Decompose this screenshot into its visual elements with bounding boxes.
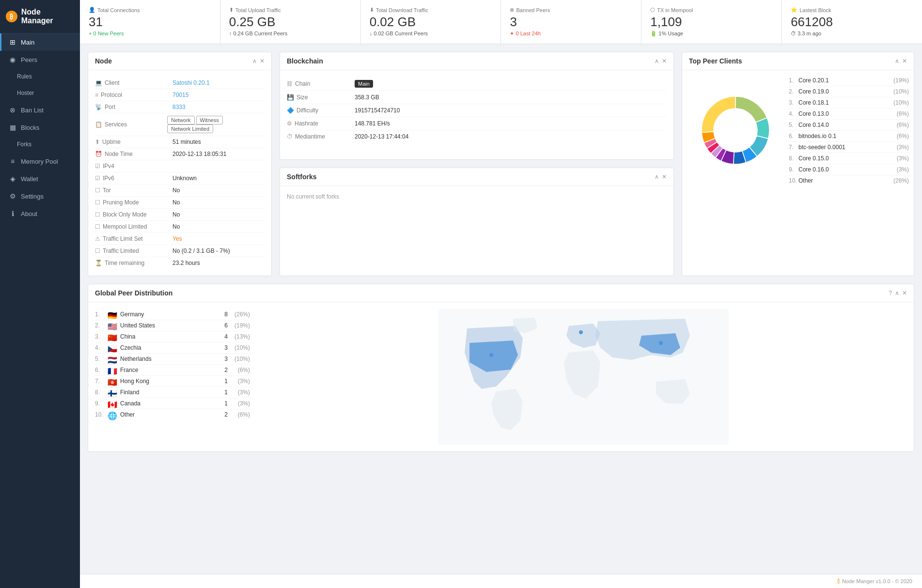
stat-connections-label: 👤 Total Connections — [89, 7, 211, 13]
close-icon[interactable]: ✕ — [662, 173, 667, 180]
field-icon: ☑ — [95, 175, 100, 182]
gp-count: 6 — [218, 322, 228, 329]
node-field-row: ☐ Traffic LimitedNo (0.2 / 3.1 GB - 7%) — [95, 245, 265, 257]
stat-mempool: ⬡ TX in Mempool 1,109 🔋 1% Usage — [641, 0, 782, 44]
sidebar-item-label: About — [21, 210, 37, 217]
node-field-key: ⏳ Time remaining — [95, 260, 172, 266]
stat-connections-sub: + 0 New Peers — [89, 31, 211, 36]
global-peer-row: 5.🇳🇱Netherlands3(10%) — [95, 354, 250, 365]
sidebar-item-settings[interactable]: ⚙ Settings — [0, 187, 80, 205]
collapse-icon[interactable]: ∧ — [655, 58, 659, 64]
blockchain-card-title: Blockchain — [287, 57, 323, 65]
node-card: Node ∧ ✕ 💻 ClientSatoshi 0.20.1≡ Protoco… — [88, 52, 272, 276]
global-peer-body: 1.🇩🇪Germany8(26%)2.🇺🇸United States6(19%)… — [88, 302, 914, 451]
stat-connections-value: 31 — [89, 15, 211, 29]
collapse-icon[interactable]: ∧ — [252, 58, 257, 64]
node-field-val: Yes — [172, 235, 182, 242]
gp-country: Hong Kong — [120, 378, 215, 385]
download-icon: ⬇ — [370, 7, 374, 13]
node-field-val: No (0.2 / 3.1 GB - 7%) — [172, 248, 230, 254]
node-card-header: Node ∧ ✕ — [88, 52, 271, 70]
gp-count: 3 — [218, 356, 228, 362]
gp-flag: 🇨🇿 — [108, 344, 117, 351]
stat-upload-sub: ↑ 0.24 GB Current Peers — [229, 31, 352, 36]
field-icon: 💻 — [95, 79, 102, 86]
peer-name: Core 0.16.0 — [798, 166, 897, 173]
close-icon[interactable]: ✕ — [902, 290, 907, 296]
sidebar-item-label: Hoster — [17, 90, 34, 96]
svg-point-3 — [489, 353, 493, 357]
peer-name: Core 0.20.1 — [798, 77, 893, 84]
global-peer-row: 2.🇺🇸United States6(19%) — [95, 320, 250, 331]
stat-mempool-value: 1,109 — [650, 15, 773, 29]
peer-client-row: 7.btc-seeder 0.0001(3%) — [789, 142, 909, 153]
global-peer-card-title: Global Peer Distribution — [95, 289, 172, 297]
sidebar-item-blocks[interactable]: ▦ Blocks — [0, 119, 80, 136]
node-field-row: ☐ Mempool LimitedNo — [95, 221, 265, 233]
close-icon[interactable]: ✕ — [260, 58, 265, 64]
field-icon: 📋 — [95, 121, 102, 128]
sidebar-item-label: Settings — [21, 193, 44, 200]
node-field-key: 📡 Port — [95, 104, 172, 110]
field-icon: ☐ — [95, 223, 100, 230]
node-field-key: ⬆ Uptime — [95, 139, 172, 145]
peer-client-row: 3.Core 0.18.1(10%) — [789, 97, 909, 108]
collapse-icon[interactable]: ∧ — [895, 290, 899, 296]
sidebar-item-label: Wallet — [21, 175, 38, 183]
peer-client-row: 6.bitnodes.io 0.1(6%) — [789, 131, 909, 142]
node-field-key: ⏰ Node Time — [95, 151, 172, 157]
sidebar: ₿ Node Manager ⊞ Main ◉ Peers Rules Host… — [0, 0, 80, 588]
peer-pct: (3%) — [897, 144, 909, 151]
softforks-card-header: Softforks ∧ ✕ — [280, 168, 673, 186]
sidebar-item-hoster[interactable]: Hoster — [0, 85, 80, 101]
about-icon: ℹ — [8, 210, 17, 217]
peer-pct: (26%) — [893, 177, 909, 184]
collapse-icon[interactable]: ∧ — [895, 58, 899, 64]
memorypool-icon: ≡ — [8, 157, 17, 165]
sidebar-item-about[interactable]: ℹ About — [0, 205, 80, 222]
peer-clients-card-body: 1.Core 0.20.1(19%)2.Core 0.19.0(10%)3.Co… — [682, 70, 914, 191]
gp-pct: (3%) — [231, 389, 250, 396]
sidebar-item-banlist[interactable]: ⊗ Ban List — [0, 101, 80, 119]
gp-count: 3 — [218, 344, 228, 351]
node-field-key: ☑ IPv6 — [95, 175, 172, 182]
softforks-empty: No current soft forks — [287, 193, 339, 200]
stat-download-label: ⬇ Total Download Traffic — [370, 7, 492, 13]
donut-chart — [687, 82, 784, 179]
close-icon[interactable]: ✕ — [662, 58, 667, 64]
node-field-row: ☑ IPv4 — [95, 160, 265, 172]
blockchain-card: Blockchain ∧ ✕ ⛓ ChainMain💾 Size358.3 GB… — [280, 52, 674, 160]
content-area: Node ∧ ✕ 💻 ClientSatoshi 0.20.1≡ Protoco… — [80, 44, 922, 574]
sidebar-item-rules[interactable]: Rules — [0, 68, 80, 85]
help-icon[interactable]: ? — [889, 290, 892, 296]
peer-name: btc-seeder 0.0001 — [798, 144, 897, 151]
global-peer-row: 7.🇭🇰Hong Kong1(3%) — [95, 376, 250, 387]
close-icon[interactable]: ✕ — [902, 58, 907, 64]
node-field-val: Satoshi 0.20.1 — [172, 79, 210, 86]
collapse-icon[interactable]: ∧ — [655, 173, 659, 180]
sidebar-item-wallet[interactable]: ◈ Wallet — [0, 170, 80, 187]
node-field-val: 70015 — [172, 92, 188, 98]
node-field-key: ☐ Block Only Mode — [95, 211, 172, 218]
stat-lastblock-sub: ⏱ 3.3 m ago — [791, 31, 913, 36]
sidebar-item-main[interactable]: ⊞ Main — [0, 33, 80, 51]
lastblock-icon: ⭐ — [791, 7, 797, 13]
sidebar-item-label: Ban List — [21, 107, 44, 114]
node-field-val: 2020-12-13 18:05:31 — [172, 151, 226, 157]
node-field-key: ⚠ Traffic Limit Set — [95, 235, 172, 242]
gp-rank: 2. — [95, 322, 105, 329]
banlist-icon: ⊗ — [8, 106, 17, 114]
node-field-val: Unknown — [172, 175, 197, 182]
node-field-row: ≡ Protocol70015 — [95, 89, 265, 101]
stat-banned-value: 3 — [510, 15, 632, 29]
peer-rank: 7. — [789, 144, 798, 151]
sidebar-item-memorypool[interactable]: ≡ Memory Pool — [0, 153, 80, 170]
gp-country: Finland — [120, 389, 215, 396]
node-field-row: ⬆ Uptime51 minutes — [95, 136, 265, 148]
sidebar-item-peers[interactable]: ◉ Peers — [0, 51, 80, 68]
mempool-icon: ⬡ — [650, 7, 655, 13]
node-field-val: No — [172, 199, 180, 206]
peer-client-row: 9.Core 0.16.0(3%) — [789, 164, 909, 175]
sidebar-item-forks[interactable]: Forks — [0, 136, 80, 153]
service-badge: Network — [167, 116, 194, 124]
